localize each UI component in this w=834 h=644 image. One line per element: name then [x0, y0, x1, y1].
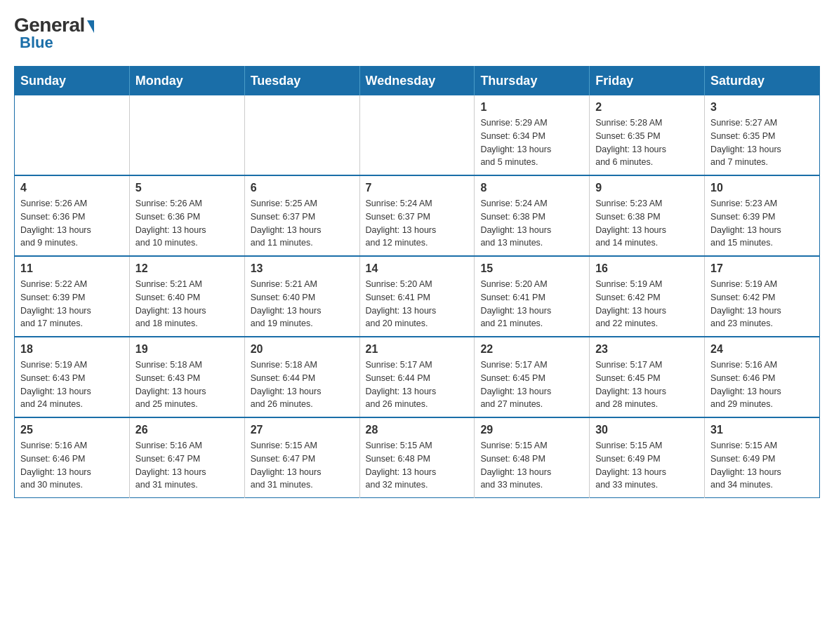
- day-number: 1: [480, 101, 583, 114]
- day-of-week-header: Wednesday: [359, 67, 475, 96]
- day-info: Sunrise: 5:28 AM Sunset: 6:35 PM Dayligh…: [595, 116, 699, 169]
- day-info: Sunrise: 5:21 AM Sunset: 6:40 PM Dayligh…: [135, 278, 239, 330]
- day-number: 30: [595, 424, 699, 436]
- calendar-day-cell: 10Sunrise: 5:23 AM Sunset: 6:39 PM Dayli…: [705, 175, 820, 256]
- calendar-day-cell: 13Sunrise: 5:21 AM Sunset: 6:40 PM Dayli…: [244, 256, 359, 337]
- day-of-week-header: Friday: [590, 67, 705, 96]
- calendar-day-cell: 21Sunrise: 5:17 AM Sunset: 6:44 PM Dayli…: [359, 337, 475, 417]
- day-number: 10: [710, 182, 814, 194]
- day-info: Sunrise: 5:19 AM Sunset: 6:43 PM Dayligh…: [20, 358, 124, 411]
- calendar-day-cell: 1Sunrise: 5:29 AM Sunset: 6:34 PM Daylig…: [475, 95, 590, 175]
- day-number: 7: [366, 182, 469, 194]
- calendar-day-cell: 8Sunrise: 5:24 AM Sunset: 6:38 PM Daylig…: [475, 175, 590, 256]
- day-of-week-header: Saturday: [705, 67, 820, 96]
- calendar-day-cell: 4Sunrise: 5:26 AM Sunset: 6:36 PM Daylig…: [15, 175, 130, 256]
- day-info: Sunrise: 5:15 AM Sunset: 6:47 PM Dayligh…: [251, 439, 354, 492]
- day-info: Sunrise: 5:18 AM Sunset: 6:43 PM Dayligh…: [135, 358, 239, 411]
- calendar-day-cell: 28Sunrise: 5:15 AM Sunset: 6:48 PM Dayli…: [359, 417, 475, 498]
- day-number: 31: [710, 424, 814, 436]
- calendar-day-cell: 18Sunrise: 5:19 AM Sunset: 6:43 PM Dayli…: [15, 337, 130, 417]
- logo-arrow-icon: [87, 20, 94, 33]
- day-number: 20: [251, 343, 354, 356]
- day-info: Sunrise: 5:19 AM Sunset: 6:42 PM Dayligh…: [710, 278, 814, 330]
- calendar-day-cell: 22Sunrise: 5:17 AM Sunset: 6:45 PM Dayli…: [475, 337, 590, 417]
- day-number: 9: [595, 182, 699, 194]
- calendar-day-cell: 11Sunrise: 5:22 AM Sunset: 6:39 PM Dayli…: [15, 256, 130, 337]
- day-info: Sunrise: 5:15 AM Sunset: 6:49 PM Dayligh…: [595, 439, 699, 492]
- day-of-week-header: Monday: [129, 67, 244, 96]
- day-info: Sunrise: 5:16 AM Sunset: 6:46 PM Dayligh…: [20, 439, 124, 492]
- day-info: Sunrise: 5:21 AM Sunset: 6:40 PM Dayligh…: [251, 278, 354, 330]
- day-info: Sunrise: 5:27 AM Sunset: 6:35 PM Dayligh…: [710, 116, 814, 169]
- day-info: Sunrise: 5:29 AM Sunset: 6:34 PM Dayligh…: [480, 116, 583, 169]
- day-number: 6: [251, 182, 354, 194]
- day-number: 2: [595, 101, 699, 114]
- day-info: Sunrise: 5:19 AM Sunset: 6:42 PM Dayligh…: [595, 278, 699, 330]
- calendar-day-cell: 25Sunrise: 5:16 AM Sunset: 6:46 PM Dayli…: [15, 417, 130, 498]
- day-number: 16: [595, 262, 699, 275]
- calendar-day-cell: 31Sunrise: 5:15 AM Sunset: 6:49 PM Dayli…: [705, 417, 820, 498]
- calendar-day-cell: 12Sunrise: 5:21 AM Sunset: 6:40 PM Dayli…: [129, 256, 244, 337]
- calendar-body: 1Sunrise: 5:29 AM Sunset: 6:34 PM Daylig…: [15, 95, 820, 498]
- page-header: General Blue: [14, 14, 820, 52]
- calendar-day-cell: 15Sunrise: 5:20 AM Sunset: 6:41 PM Dayli…: [475, 256, 590, 337]
- day-info: Sunrise: 5:16 AM Sunset: 6:46 PM Dayligh…: [710, 358, 814, 411]
- calendar-day-cell: [244, 95, 359, 175]
- day-info: Sunrise: 5:23 AM Sunset: 6:39 PM Dayligh…: [710, 197, 814, 250]
- calendar-day-cell: 19Sunrise: 5:18 AM Sunset: 6:43 PM Dayli…: [129, 337, 244, 417]
- calendar-day-cell: 9Sunrise: 5:23 AM Sunset: 6:38 PM Daylig…: [590, 175, 705, 256]
- day-info: Sunrise: 5:26 AM Sunset: 6:36 PM Dayligh…: [135, 197, 239, 250]
- day-number: 27: [251, 424, 354, 436]
- day-number: 8: [480, 182, 583, 194]
- day-info: Sunrise: 5:15 AM Sunset: 6:48 PM Dayligh…: [480, 439, 583, 492]
- day-number: 24: [710, 343, 814, 356]
- calendar-day-cell: [129, 95, 244, 175]
- day-info: Sunrise: 5:17 AM Sunset: 6:44 PM Dayligh…: [366, 358, 469, 411]
- day-info: Sunrise: 5:17 AM Sunset: 6:45 PM Dayligh…: [480, 358, 583, 411]
- day-number: 5: [135, 182, 239, 194]
- calendar-day-cell: [15, 95, 130, 175]
- calendar-week-row: 18Sunrise: 5:19 AM Sunset: 6:43 PM Dayli…: [15, 337, 820, 417]
- day-number: 23: [595, 343, 699, 356]
- day-number: 4: [20, 182, 124, 194]
- calendar-day-cell: 20Sunrise: 5:18 AM Sunset: 6:44 PM Dayli…: [244, 337, 359, 417]
- day-info: Sunrise: 5:26 AM Sunset: 6:36 PM Dayligh…: [20, 197, 124, 250]
- calendar-day-cell: 7Sunrise: 5:24 AM Sunset: 6:37 PM Daylig…: [359, 175, 475, 256]
- day-info: Sunrise: 5:23 AM Sunset: 6:38 PM Dayligh…: [595, 197, 699, 250]
- day-info: Sunrise: 5:24 AM Sunset: 6:37 PM Dayligh…: [366, 197, 469, 250]
- day-info: Sunrise: 5:16 AM Sunset: 6:47 PM Dayligh…: [135, 439, 239, 492]
- logo-blue-text: Blue: [20, 34, 53, 52]
- calendar-week-row: 4Sunrise: 5:26 AM Sunset: 6:36 PM Daylig…: [15, 175, 820, 256]
- calendar-day-cell: 14Sunrise: 5:20 AM Sunset: 6:41 PM Dayli…: [359, 256, 475, 337]
- calendar-day-cell: 30Sunrise: 5:15 AM Sunset: 6:49 PM Dayli…: [590, 417, 705, 498]
- day-info: Sunrise: 5:20 AM Sunset: 6:41 PM Dayligh…: [366, 278, 469, 330]
- calendar-day-cell: 26Sunrise: 5:16 AM Sunset: 6:47 PM Dayli…: [129, 417, 244, 498]
- calendar-day-cell: 3Sunrise: 5:27 AM Sunset: 6:35 PM Daylig…: [705, 95, 820, 175]
- calendar-day-cell: 29Sunrise: 5:15 AM Sunset: 6:48 PM Dayli…: [475, 417, 590, 498]
- day-of-week-header: Thursday: [475, 67, 590, 96]
- calendar-day-cell: [359, 95, 475, 175]
- day-number: 26: [135, 424, 239, 436]
- calendar-day-cell: 24Sunrise: 5:16 AM Sunset: 6:46 PM Dayli…: [705, 337, 820, 417]
- day-info: Sunrise: 5:24 AM Sunset: 6:38 PM Dayligh…: [480, 197, 583, 250]
- calendar-week-row: 11Sunrise: 5:22 AM Sunset: 6:39 PM Dayli…: [15, 256, 820, 337]
- logo: General Blue: [14, 14, 94, 52]
- calendar-day-cell: 6Sunrise: 5:25 AM Sunset: 6:37 PM Daylig…: [244, 175, 359, 256]
- day-of-week-header: Sunday: [15, 67, 130, 96]
- day-number: 11: [20, 262, 124, 275]
- day-number: 29: [480, 424, 583, 436]
- day-info: Sunrise: 5:17 AM Sunset: 6:45 PM Dayligh…: [595, 358, 699, 411]
- day-number: 25: [20, 424, 124, 436]
- day-info: Sunrise: 5:25 AM Sunset: 6:37 PM Dayligh…: [251, 197, 354, 250]
- day-number: 22: [480, 343, 583, 356]
- day-number: 17: [710, 262, 814, 275]
- day-info: Sunrise: 5:18 AM Sunset: 6:44 PM Dayligh…: [251, 358, 354, 411]
- day-number: 19: [135, 343, 239, 356]
- calendar-week-row: 1Sunrise: 5:29 AM Sunset: 6:34 PM Daylig…: [15, 95, 820, 175]
- day-info: Sunrise: 5:20 AM Sunset: 6:41 PM Dayligh…: [480, 278, 583, 330]
- calendar-day-cell: 17Sunrise: 5:19 AM Sunset: 6:42 PM Dayli…: [705, 256, 820, 337]
- calendar-day-cell: 2Sunrise: 5:28 AM Sunset: 6:35 PM Daylig…: [590, 95, 705, 175]
- day-number: 15: [480, 262, 583, 275]
- calendar-day-cell: 23Sunrise: 5:17 AM Sunset: 6:45 PM Dayli…: [590, 337, 705, 417]
- day-number: 21: [366, 343, 469, 356]
